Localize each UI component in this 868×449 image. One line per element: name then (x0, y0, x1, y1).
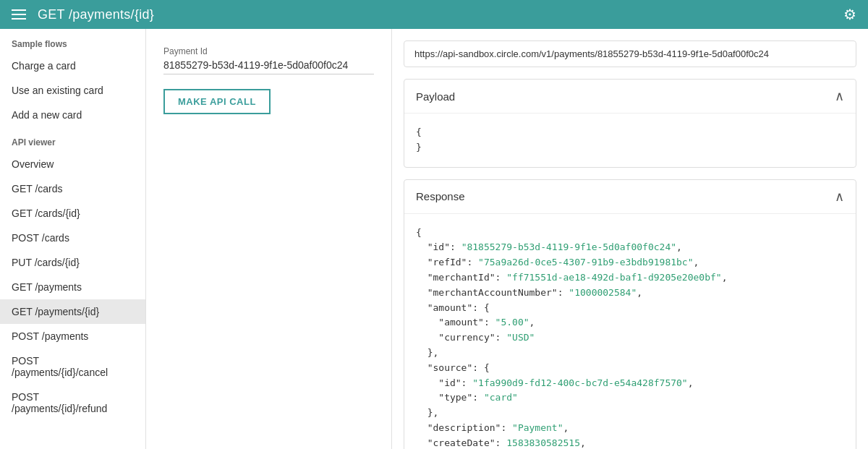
response-content: { "id": "81855279-b53d-4119-9f1e-5d0af00… (416, 226, 844, 449)
sidebar-item-put-cards-id[interactable]: PUT /cards/{id} (0, 250, 145, 275)
payload-title: Payload (416, 90, 455, 103)
right-panel: https://api-sandbox.circle.com/v1/paymen… (392, 29, 868, 449)
make-api-call-button[interactable]: MAKE API CALL (163, 89, 271, 114)
sidebar-item-post-cards[interactable]: POST /cards (0, 226, 145, 250)
url-bar: https://api-sandbox.circle.com/v1/paymen… (404, 40, 856, 67)
sidebar-item-overview[interactable]: Overview (0, 152, 145, 176)
payload-section: Payload ∧ { } (404, 79, 856, 168)
sidebar-item-post-payments-refund[interactable]: POST /payments/{id}/refund (0, 385, 145, 421)
page-title: GET /payments/{id} (38, 7, 154, 22)
sidebar-section-sample: Sample flows (0, 29, 145, 54)
payload-content: { } (416, 125, 844, 155)
sidebar-item-get-cards[interactable]: GET /cards (0, 176, 145, 201)
gear-icon[interactable]: ⚙ (843, 6, 856, 23)
sidebar-item-get-cards-id[interactable]: GET /cards/{id} (0, 201, 145, 226)
hamburger-menu[interactable] (12, 9, 26, 20)
sidebar-item-post-payments-cancel[interactable]: POST /payments/{id}/cancel (0, 348, 145, 385)
sidebar-item-get-payments[interactable]: GET /payments (0, 275, 145, 299)
sidebar: Sample flows Charge a card Use an existi… (0, 29, 146, 449)
payload-header[interactable]: Payload ∧ (404, 80, 856, 114)
response-chevron-icon: ∧ (835, 189, 844, 205)
sidebar-item-post-payments[interactable]: POST /payments (0, 324, 145, 348)
app-header: GET /payments/{id} ⚙ (0, 0, 868, 29)
payload-body: { } (404, 114, 856, 167)
sidebar-section-api: API viewer (0, 127, 145, 152)
left-panel: Payment Id 81855279-b53d-4119-9f1e-5d0af… (146, 29, 392, 449)
response-header[interactable]: Response ∧ (404, 180, 856, 214)
response-body: { "id": "81855279-b53d-4119-9f1e-5d0af00… (404, 214, 856, 449)
sidebar-item-charge-a-card[interactable]: Charge a card (0, 54, 145, 78)
main-layout: Sample flows Charge a card Use an existi… (0, 29, 868, 449)
payment-id-value: 81855279-b53d-4119-9f1e-5d0af00f0c24 (163, 59, 374, 74)
content-area: Payment Id 81855279-b53d-4119-9f1e-5d0af… (146, 29, 868, 449)
response-title: Response (416, 190, 465, 202)
response-section: Response ∧ { "id": "81855279-b53d-4119-9… (404, 179, 856, 449)
payment-id-label: Payment Id (163, 46, 374, 56)
sidebar-item-add-new-card[interactable]: Add a new card (0, 103, 145, 127)
sidebar-item-use-existing-card[interactable]: Use an existing card (0, 78, 145, 103)
sidebar-item-get-payments-id[interactable]: GET /payments/{id} (0, 299, 145, 324)
payload-chevron-icon: ∧ (835, 88, 844, 104)
